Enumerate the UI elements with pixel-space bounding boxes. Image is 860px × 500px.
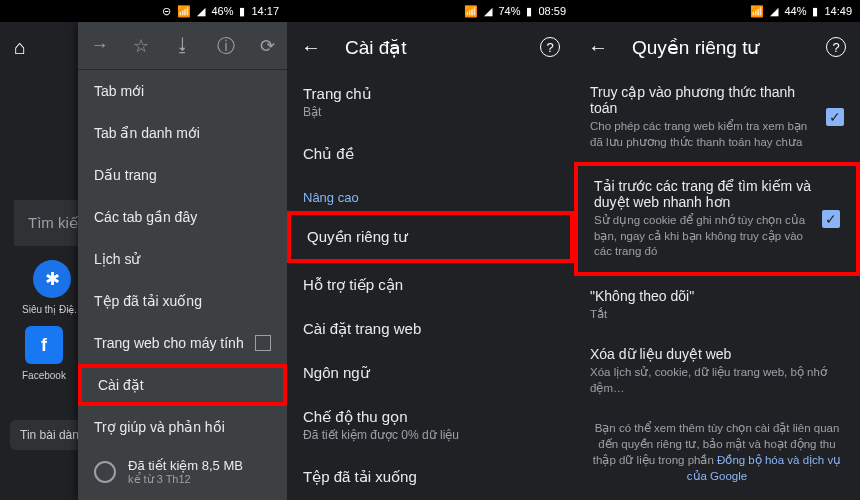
menu-downloads[interactable]: Tệp đã tải xuống [78,280,287,322]
wifi-icon: 📶 [750,5,764,18]
dnd-icon: ⊝ [162,5,171,18]
data-saved-label: Đã tiết kiệm 8,5 MB [128,458,243,473]
battery-percent: 44% [784,5,806,17]
menu-settings[interactable]: Cài đặt [78,364,287,406]
setting-lite-mode[interactable]: Chế độ thu gọn Đã tiết kiệm được 0% dữ l… [287,395,574,455]
clock: 14:49 [824,5,852,17]
status-bar: ⊝ 📶 ◢ 46% ▮ 14:17 [0,0,287,22]
setting-theme[interactable]: Chủ đề [287,132,574,176]
setting-accessibility[interactable]: Hỗ trợ tiếp cận [287,263,574,307]
battery-percent: 46% [211,5,233,17]
status-bar: 📶 ◢ 74% ▮ 08:59 [287,0,574,22]
menu-desktop-site[interactable]: Trang web cho máy tính [78,322,287,364]
facebook-icon: f [25,326,63,364]
checkbox-checked-icon[interactable]: ✓ [822,210,840,228]
clock: 08:59 [538,5,566,17]
gauge-icon [94,461,116,483]
screenshot-3: 📶 ◢ 44% ▮ 14:49 ← Quyền riêng tư ? Truy … [574,0,860,500]
setting-site[interactable]: Cài đặt trang web [287,307,574,351]
checkbox-icon[interactable] [255,335,271,351]
page-title: Quyền riêng tư [632,36,826,59]
data-since-label: kể từ 3 Th12 [128,473,243,486]
bookmark-icon[interactable]: ☆ [133,35,149,57]
menu-new-incognito[interactable]: Tab ẩn danh mới [78,112,287,154]
reload-icon[interactable]: ⟳ [260,35,275,57]
home-icon[interactable]: ⌂ [14,36,26,59]
shortcut-sieuthidien[interactable]: ✱ Siêu thị Điệ... [22,260,83,315]
privacy-header: ← Quyền riêng tư ? [574,22,860,72]
info-icon[interactable]: ⓘ [217,34,235,58]
section-advanced: Nâng cao [287,176,574,211]
menu-help[interactable]: Trợ giúp và phản hồi [78,406,287,448]
back-icon[interactable]: ← [301,36,321,59]
priv-payment-access[interactable]: Truy cập vào phương thức thanh toán Cho … [574,72,860,162]
battery-icon: ▮ [239,5,245,18]
battery-icon: ▮ [526,5,532,18]
battery-percent: 74% [498,5,520,17]
priv-preload[interactable]: Tải trước các trang để tìm kiếm và duyệt… [574,162,860,276]
privacy-footer: Bạn có thể xem thêm tùy chọn cài đặt liê… [574,408,860,496]
clock: 14:17 [251,5,279,17]
screenshot-1: ⊝ 📶 ◢ 46% ▮ 14:17 ⌂ Tìm kiếm ✱ Siêu thị … [0,0,287,500]
menu-toolbar: → ☆ ⭳ ⓘ ⟳ [78,22,287,70]
setting-privacy[interactable]: Quyền riêng tư [287,211,574,263]
priv-clear-data[interactable]: Xóa dữ liệu duyệt web Xóa lịch sử, cooki… [574,334,860,408]
back-icon[interactable]: ← [588,36,608,59]
download-icon[interactable]: ⭳ [174,35,192,56]
menu-recent-tabs[interactable]: Các tab gần đây [78,196,287,238]
setting-downloads[interactable]: Tệp đã tải xuống [287,455,574,499]
shortcut-label: Facebook [22,370,66,381]
shortcut-icon: ✱ [33,260,71,298]
signal-icon: ◢ [770,5,778,18]
page-title: Cài đặt [345,36,540,59]
menu-new-tab[interactable]: Tab mới [78,70,287,112]
menu-bookmarks[interactable]: Dấu trang [78,154,287,196]
help-icon[interactable]: ? [826,37,846,57]
wifi-icon: 📶 [464,5,478,18]
setting-language[interactable]: Ngôn ngữ [287,351,574,395]
setting-homepage[interactable]: Trang chủ Bật [287,72,574,132]
signal-icon: ◢ [197,5,205,18]
shortcut-facebook[interactable]: f Facebook [22,326,66,381]
screenshot-2: 📶 ◢ 74% ▮ 08:59 ← Cài đặt ? Trang chủ Bậ… [287,0,574,500]
priv-do-not-track[interactable]: "Không theo dõi" Tắt [574,276,860,335]
settings-header: ← Cài đặt ? [287,22,574,72]
wifi-icon: 📶 [177,5,191,18]
battery-icon: ▮ [812,5,818,18]
forward-icon[interactable]: → [90,35,108,56]
status-bar: 📶 ◢ 44% ▮ 14:49 [574,0,860,22]
overflow-menu: → ☆ ⭳ ⓘ ⟳ Tab mới Tab ẩn danh mới Dấu tr… [78,22,287,500]
menu-data-saver[interactable]: Đã tiết kiệm 8,5 MB kể từ 3 Th12 [78,448,287,496]
checkbox-checked-icon[interactable]: ✓ [826,108,844,126]
help-icon[interactable]: ? [540,37,560,57]
signal-icon: ◢ [484,5,492,18]
shortcut-label: Siêu thị Điệ... [22,304,83,315]
menu-history[interactable]: Lịch sử [78,238,287,280]
